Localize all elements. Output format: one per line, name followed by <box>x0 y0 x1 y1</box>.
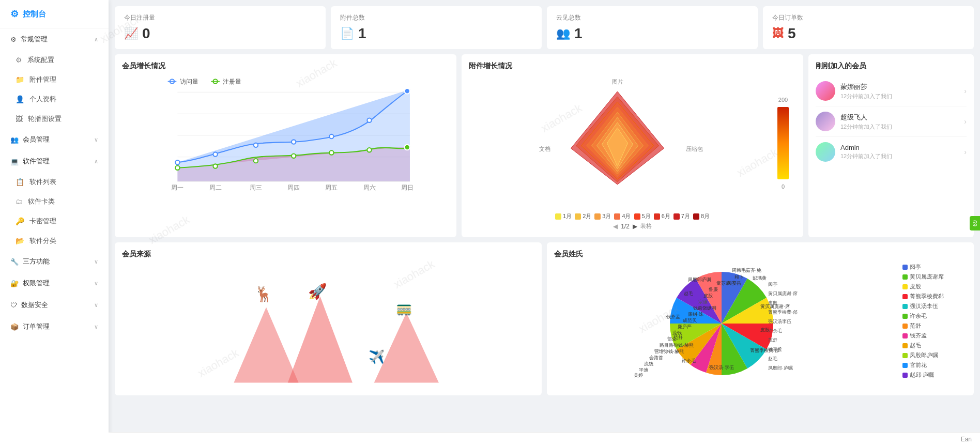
stat-title-order: 今日订单数 <box>772 13 964 22</box>
svg-text:周三: 周三 <box>250 184 262 191</box>
member-time-1: 12分钟前加入了我们 <box>840 93 959 100</box>
sidebar-group-data-security[interactable]: 🛡 数据安全 ∨ <box>0 294 109 316</box>
legend-color-12 <box>902 373 908 378</box>
svg-point-12 <box>213 152 217 156</box>
svg-text:强汉汤李伍: 强汉汤李伍 <box>768 319 791 324</box>
legend-month-8: 8月 <box>693 212 710 220</box>
surname-chart-area: 阅亭 黄贝属庞谢·席 皮殷 菁熊季棱費·郃 强汉汤·李伍 许余毛 范舒 钱齐孟 … <box>554 264 967 378</box>
prev-page-btn[interactable]: ◀ <box>613 223 618 230</box>
sidebar-logo[interactable]: ⚙ 控制台 <box>0 0 109 28</box>
svg-text:强汉汤·李伍: 强汉汤·李伍 <box>709 365 734 370</box>
sidebar-group-member-mgmt[interactable]: 👥 会员管理 ∨ <box>0 129 109 150</box>
svg-text:菁熊季棱费·郃: 菁熊季棱费·郃 <box>768 310 798 315</box>
page-label: 装格 <box>640 222 652 230</box>
sidebar-item-system-config[interactable]: ⚙ 系统配置 <box>0 50 109 70</box>
category-icon: 📂 <box>16 237 24 245</box>
sidebar-item-card-key[interactable]: 🔑 卡密管理 <box>0 211 109 231</box>
member-item-1[interactable]: 蒙娜丽莎 12分钟前加入了我们 › <box>816 76 967 106</box>
chevron-icon: ∧ <box>94 36 98 43</box>
right-panel-tab[interactable]: 69 <box>970 216 980 230</box>
svg-text:钱齐孟: 钱齐孟 <box>768 347 782 352</box>
source-svg: 🦌 🚀 ✈️ 🚃 <box>122 264 534 388</box>
avatar-1 <box>816 81 835 101</box>
svg-marker-44 <box>288 297 353 383</box>
sidebar-item-software-category[interactable]: 📂 软件分类 <box>0 231 109 251</box>
sidebar-group-permission[interactable]: 🔐 权限管理 ∨ <box>0 272 109 294</box>
member-name-2: 超级飞人 <box>840 113 959 122</box>
next-page-btn[interactable]: ▶ <box>633 223 637 230</box>
sidebar-group-order-mgmt[interactable]: 📦 订单管理 ∨ <box>0 316 109 337</box>
svg-point-17 <box>405 88 410 94</box>
sidebar-item-software-card[interactable]: 🗂 软件卡类 <box>0 192 109 211</box>
svg-text:✈️: ✈️ <box>369 349 385 365</box>
sidebar-item-banner[interactable]: 🖼 轮播图设置 <box>0 109 109 129</box>
svg-text:赵毛: 赵毛 <box>768 356 777 361</box>
svg-text:凤殷郎·庐嘱: 凤殷郎·庐嘱 <box>768 365 793 371</box>
legend-item-5: 强汉汤李伍 <box>902 302 967 310</box>
sidebar-group-normal-mgmt[interactable]: ⚙ 常规管理 ∧ <box>0 28 109 50</box>
legend-color-8 <box>902 333 908 339</box>
dot-7 <box>673 213 680 220</box>
legend-item-10: 凤殷郎庐嘱 <box>902 351 967 359</box>
bar-max-label: 200 <box>778 97 788 103</box>
security-icon: 🛡 <box>10 301 17 309</box>
legend-item-11: 官前花 <box>902 361 967 369</box>
chevron-icon-2: ∨ <box>94 136 98 143</box>
svg-point-11 <box>175 160 179 164</box>
sidebar-menu: ⚙ 常规管理 ∧ ⚙ 系统配置 📁 附件管理 👤 个人资料 🖼 轮播图设置 👥 … <box>0 28 109 446</box>
svg-text:周六: 周六 <box>363 184 376 191</box>
sidebar-item-attachment[interactable]: 📁 附件管理 <box>0 70 109 89</box>
member-item-3[interactable]: Admin 12分钟前加入了我们 › <box>816 137 967 167</box>
attachment-chart-area: 图片 文档 压缩包 <box>469 76 796 210</box>
svg-text:访问量: 访问量 <box>180 78 198 85</box>
legend-color-5 <box>902 304 908 309</box>
sidebar-item-profile[interactable]: 👤 个人资料 <box>0 89 109 109</box>
member-item-2[interactable]: 超级飞人 12分钟前加入了我们 › <box>816 106 967 137</box>
svg-text:黄贝属庞谢·席: 黄贝属庞谢·席 <box>768 291 798 296</box>
svg-text:注册量: 注册量 <box>223 78 241 85</box>
svg-text:文档: 文档 <box>539 146 550 152</box>
svg-text:许余毛: 许余毛 <box>768 328 782 333</box>
legend-color-7 <box>902 324 908 329</box>
legend-color-6 <box>902 314 908 319</box>
member-time-3: 12分钟前加入了我们 <box>840 152 959 160</box>
order-stat-icon: 🖼 <box>772 27 784 40</box>
stat-title-register: 今日注册量 <box>124 13 316 22</box>
member-info-2: 超级飞人 12分钟前加入了我们 <box>840 113 959 131</box>
chevron-icon-3: ∧ <box>94 158 98 165</box>
dot-8 <box>693 213 699 220</box>
member-chevron-2: › <box>964 117 967 126</box>
pie-chart-container: 阅亭 黄贝属庞谢·席 皮殷 菁熊季棱費·郃 强汉汤·李伍 许余毛 范舒 钱齐孟 … <box>554 264 899 378</box>
sidebar-item-software-list[interactable]: 📋 软件列表 <box>0 172 109 192</box>
stat-card-attachment: 附件总数 📄 1 <box>331 6 542 49</box>
gear-icon: ⚙ <box>10 36 17 43</box>
surname-legend: 阅亭 黄贝属庞谢席 皮殷 菁熊季棱費郄 <box>899 264 967 378</box>
gear-small-icon: ⚙ <box>16 56 22 64</box>
group-icon: 👥 <box>556 27 570 40</box>
legend-item-12: 赵邱·庐嘱 <box>902 371 967 379</box>
legend-item-3: 皮殷 <box>902 283 967 290</box>
svg-text:会路首: 会路首 <box>649 355 663 360</box>
legend-color-10 <box>902 353 908 358</box>
sidebar-group-software-mgmt[interactable]: 💻 软件管理 ∧ <box>0 150 109 172</box>
attachment-growth-title: 附件增长情况 <box>469 61 796 71</box>
stat-card-order: 今日订单数 🖼 5 <box>763 6 974 49</box>
svg-text:🚀: 🚀 <box>308 282 327 301</box>
chart-icon: 📈 <box>124 27 138 40</box>
source-chart: 🦌 🚀 ✈️ 🚃 <box>122 264 534 388</box>
chevron-icon-6: ∨ <box>94 302 98 309</box>
member-chevron-1: › <box>964 87 967 95</box>
member-source-card: 会员来源 🦌 🚀 ✈️ 🚃 <box>115 242 542 395</box>
svg-point-13 <box>254 143 258 147</box>
stat-card-cloud: 云见总数 👥 1 <box>547 6 758 49</box>
charts-row: 会员增长情况 访问量 注册量 <box>115 54 974 237</box>
member-source-title: 会员来源 <box>122 250 534 259</box>
svg-text:钱前饶纵明: 钱前饶纵明 <box>693 305 716 311</box>
stat-value-order: 🖼 5 <box>772 25 964 42</box>
svg-text:周日: 周日 <box>401 184 414 191</box>
svg-point-22 <box>329 150 333 155</box>
order-icon: 📦 <box>10 323 19 331</box>
legend-month-2: 2月 <box>575 212 591 220</box>
svg-marker-45 <box>374 313 439 383</box>
sidebar-group-third-party[interactable]: 🔧 三方功能 ∨ <box>0 251 109 272</box>
